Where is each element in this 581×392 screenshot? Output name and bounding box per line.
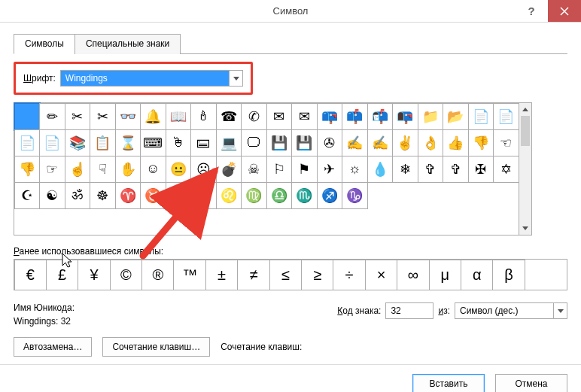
symbol-cell[interactable]: 💣 xyxy=(216,156,242,183)
symbol-cell[interactable]: 📖 xyxy=(166,103,192,130)
symbol-cell[interactable]: 🕯 xyxy=(190,103,217,130)
symbol-cell[interactable]: ☠ xyxy=(241,156,267,183)
recent-cell[interactable]: ≥ xyxy=(301,260,333,290)
symbol-cell[interactable]: 💾 xyxy=(266,129,293,156)
recent-cell[interactable]: α xyxy=(461,260,493,290)
symbol-cell[interactable]: 👎 xyxy=(14,156,41,183)
symbol-cell[interactable]: ✍ xyxy=(367,129,394,156)
symbol-cell[interactable]: 📚 xyxy=(65,129,91,156)
symbol-cell[interactable]: ⚐ xyxy=(266,156,293,183)
recent-cell[interactable]: ≠ xyxy=(237,260,269,290)
insert-button[interactable]: Вставить xyxy=(412,374,485,392)
symbol-cell[interactable]: ♉ xyxy=(140,182,166,209)
symbol-cell[interactable]: ☸ xyxy=(90,182,116,209)
scroll-thumb[interactable] xyxy=(521,116,530,146)
recent-cell[interactable]: ± xyxy=(205,260,238,290)
symbol-cell[interactable]: 📂 xyxy=(443,103,469,130)
symbol-cell[interactable]: ♊ xyxy=(166,182,192,209)
recent-cell[interactable]: € xyxy=(14,260,47,290)
symbol-cell[interactable]: 📋 xyxy=(90,129,116,156)
symbol-cell[interactable]: ♋ xyxy=(190,182,217,209)
symbol-cell[interactable]: ♈ xyxy=(115,182,141,209)
symbol-cell[interactable]: ✏ xyxy=(39,103,65,130)
symbol-cell[interactable]: ✠ xyxy=(468,156,494,183)
symbol-cell[interactable]: ✂ xyxy=(65,103,91,130)
symbol-cell[interactable]: ⌛ xyxy=(115,129,141,156)
symbol-cell[interactable]: ♎ xyxy=(266,182,293,209)
recent-cell[interactable]: ÷ xyxy=(333,260,365,290)
recent-cell[interactable]: ¥ xyxy=(78,260,110,290)
cancel-button[interactable]: Отмена xyxy=(495,374,567,392)
shortcut-button[interactable]: Сочетание клавиш… xyxy=(102,337,210,357)
symbol-cell[interactable]: ☞ xyxy=(39,156,65,183)
symbol-cell[interactable]: 👓 xyxy=(115,103,141,130)
grid-scrollbar[interactable] xyxy=(519,102,532,236)
symbol-cell[interactable]: ॐ xyxy=(65,182,91,209)
symbol-cell[interactable]: 🔔 xyxy=(140,103,166,130)
symbol-cell[interactable]: ♍ xyxy=(241,182,267,209)
symbol-cell[interactable]: ♑ xyxy=(342,182,368,209)
recent-cell[interactable]: β xyxy=(492,260,525,290)
symbol-cell[interactable]: 👍 xyxy=(443,129,469,156)
symbol-cell[interactable]: ☯ xyxy=(39,182,65,209)
symbol-cell[interactable]: 🖴 xyxy=(190,129,217,156)
font-select[interactable]: Wingdings xyxy=(60,70,243,87)
symbol-cell[interactable]: ♏ xyxy=(291,182,318,209)
tab-special[interactable]: Специальные знаки xyxy=(75,34,181,54)
autocorrect-button[interactable]: Автозамена… xyxy=(14,337,92,357)
symbol-cell[interactable]: ✡ xyxy=(493,156,519,183)
recent-cell[interactable]: ∞ xyxy=(397,260,429,290)
symbol-cell[interactable]: 📭 xyxy=(392,103,418,130)
scroll-up-button[interactable] xyxy=(519,103,531,116)
symbol-cell[interactable]: ✆ xyxy=(241,103,267,130)
close-button[interactable] xyxy=(548,0,581,22)
symbol-cell[interactable]: ❄ xyxy=(392,156,418,183)
from-select[interactable]: Символ (дес.) xyxy=(455,302,567,319)
scroll-track[interactable] xyxy=(519,116,531,222)
tab-symbols[interactable]: Символы xyxy=(14,34,75,54)
symbol-cell[interactable]: ✞ xyxy=(443,156,469,183)
symbol-cell[interactable]: 👎 xyxy=(468,129,494,156)
symbol-cell[interactable]: ✂ xyxy=(90,103,116,130)
help-button[interactable]: ? xyxy=(515,0,548,22)
symbol-cell[interactable]: 💾 xyxy=(291,129,318,156)
symbol-cell[interactable]: ☟ xyxy=(90,156,116,183)
recent-cell[interactable]: ® xyxy=(141,260,174,290)
symbol-cell[interactable]: 😐 xyxy=(166,156,192,183)
symbol-cell[interactable]: ♌ xyxy=(216,182,242,209)
symbol-cell[interactable]: ☜ xyxy=(493,129,519,156)
recent-cell[interactable]: ™ xyxy=(173,260,205,290)
symbol-cell[interactable]: 💻 xyxy=(216,129,242,156)
symbol-cell[interactable]: ☝ xyxy=(65,156,91,183)
recent-cell[interactable]: ≤ xyxy=(269,260,302,290)
recent-cell[interactable]: £ xyxy=(46,260,78,290)
symbol-cell[interactable]: ✍ xyxy=(342,129,368,156)
symbol-cell[interactable]: ⚑ xyxy=(291,156,318,183)
code-input[interactable] xyxy=(385,302,433,319)
symbol-cell[interactable]: ✉ xyxy=(291,103,318,130)
symbol-cell[interactable]: 📄 xyxy=(468,103,494,130)
symbol-cell[interactable]: ✈ xyxy=(317,156,343,183)
recent-cell[interactable]: × xyxy=(365,260,397,290)
symbol-cell[interactable]: ☹ xyxy=(190,156,217,183)
symbol-cell[interactable]: 📪 xyxy=(317,103,343,130)
symbol-cell[interactable]: ☎ xyxy=(216,103,242,130)
symbol-cell[interactable]: 📬 xyxy=(367,103,394,130)
symbol-cell[interactable]: 🖰 xyxy=(166,129,192,156)
symbol-cell[interactable]: ☼ xyxy=(342,156,368,183)
recent-cell[interactable]: μ xyxy=(429,260,461,290)
recent-cell[interactable]: © xyxy=(110,260,142,290)
symbol-cell[interactable]: ✉ xyxy=(266,103,293,130)
symbol-cell[interactable]: 📄 xyxy=(39,129,65,156)
symbol-cell[interactable]: 📫 xyxy=(342,103,368,130)
symbol-cell[interactable]: 📄 xyxy=(14,129,41,156)
symbol-cell[interactable]: 💧 xyxy=(367,156,394,183)
symbol-cell[interactable]: ✞ xyxy=(418,156,444,183)
symbol-cell[interactable]: 🖵 xyxy=(241,129,267,156)
symbol-cell[interactable]: ☪ xyxy=(14,182,41,209)
symbol-cell[interactable] xyxy=(14,103,41,130)
symbol-cell[interactable]: ⌨ xyxy=(140,129,166,156)
symbol-cell[interactable]: ☺ xyxy=(140,156,166,183)
symbol-cell[interactable]: ✋ xyxy=(115,156,141,183)
symbol-cell[interactable]: ✌ xyxy=(392,129,418,156)
